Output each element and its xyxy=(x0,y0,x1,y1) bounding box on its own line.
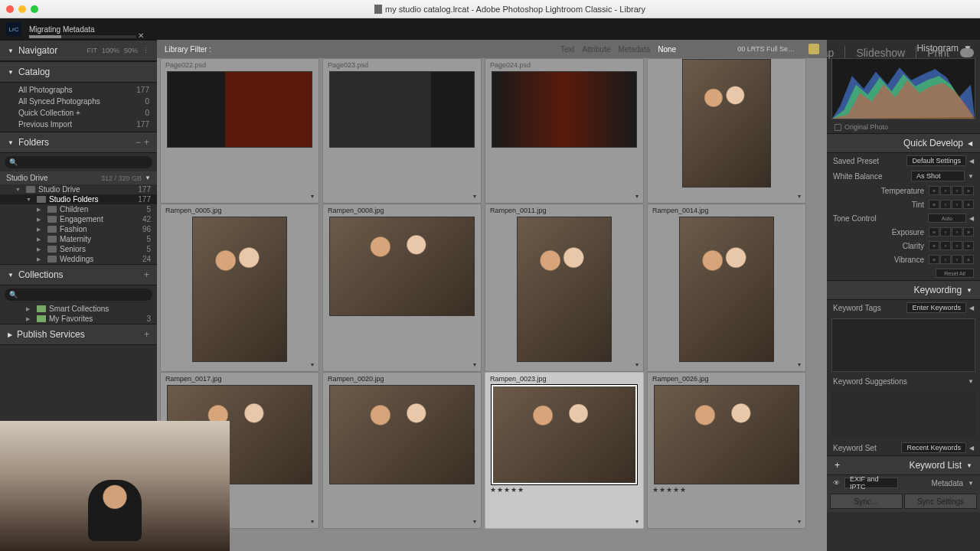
clar-inc[interactable]: › xyxy=(952,241,962,250)
grid-cell[interactable]: Rampen_0023.jpg★★★★★▾ xyxy=(485,372,644,529)
folder-filter-input[interactable]: 🔍 xyxy=(5,156,152,168)
exp-dec[interactable]: ‹ xyxy=(940,227,951,236)
grid-cell[interactable]: Rampen_0020.jpg▾ xyxy=(322,372,482,529)
grid-cell[interactable]: Rampen_0008.jpg▾ xyxy=(322,204,482,372)
catalog-item[interactable]: All Photographs177 xyxy=(0,84,157,96)
folder-item[interactable]: ▶Fashion96 xyxy=(0,224,157,234)
folder-item[interactable]: ▶Engagement42 xyxy=(0,214,157,224)
folder-item[interactable]: ▶Children5 xyxy=(0,204,157,214)
folders-header[interactable]: ▼Folders − + xyxy=(0,132,157,153)
auto-tone-button[interactable]: Auto xyxy=(928,214,966,223)
collection-filter-input[interactable]: 🔍 xyxy=(5,289,152,301)
clar-dec[interactable]: ‹ xyxy=(940,241,951,250)
folders-minus-icon[interactable]: − xyxy=(136,137,141,148)
vib-dec[interactable]: ‹ xyxy=(940,255,951,264)
exp-inc2[interactable]: » xyxy=(963,227,974,236)
exp-inc[interactable]: › xyxy=(952,227,962,236)
catalog-item[interactable]: Quick Collection +0 xyxy=(0,107,157,119)
tint-inc2[interactable]: » xyxy=(963,200,974,209)
folder-item[interactable]: ▶Weddings24 xyxy=(0,254,157,264)
grid-cell[interactable]: Rampen_0005.jpg▾ xyxy=(160,204,319,372)
library-filter-bar: Library Filter : Text Attribute Metadata… xyxy=(157,40,827,58)
folder-item[interactable]: ▶Maternity5 xyxy=(0,234,157,244)
clar-dec2[interactable]: « xyxy=(929,241,939,250)
filter-preset-dropdown[interactable]: 00 LRTS Full Se… xyxy=(737,45,795,53)
keyword-tags-mode[interactable]: Enter Keywords xyxy=(906,302,966,313)
vib-inc2[interactable]: » xyxy=(963,255,974,264)
grid-cell[interactable]: Rampen_0011.jpg▾ xyxy=(485,204,644,372)
grid-cell[interactable]: Page024.psd▾ xyxy=(485,58,644,204)
nav-100[interactable]: 100% xyxy=(102,47,119,54)
filter-lock-icon[interactable] xyxy=(808,44,819,54)
minimize-icon[interactable] xyxy=(18,5,26,13)
module-print[interactable]: Print xyxy=(927,47,949,59)
thumbnail[interactable] xyxy=(167,71,312,148)
quick-develop-header[interactable]: Quick Develop◀ xyxy=(827,133,980,153)
filter-metadata[interactable]: Metadata xyxy=(619,45,651,54)
clar-inc2[interactable]: » xyxy=(963,241,974,250)
thumbnail[interactable] xyxy=(492,71,637,148)
catalog-item[interactable]: Previous Import177 xyxy=(0,119,157,130)
keyword-set-dropdown[interactable]: Recent Keywords xyxy=(901,442,966,453)
close-icon[interactable] xyxy=(6,5,14,13)
filter-text[interactable]: Text xyxy=(560,45,574,54)
keywording-header[interactable]: Keywording▼ xyxy=(827,280,980,300)
grid-cell[interactable]: Rampen_0026.jpg★★★★★▾ xyxy=(647,372,806,529)
temp-inc[interactable]: › xyxy=(952,186,962,195)
filter-attribute[interactable]: Attribute xyxy=(582,45,610,54)
filter-none[interactable]: None xyxy=(658,45,676,54)
tint-dec2[interactable]: « xyxy=(929,200,939,209)
navigator-header[interactable]: ▼Navigator FIT 100% 50% ⋮ xyxy=(0,40,157,61)
metadata-header[interactable]: Metadata xyxy=(931,479,963,487)
grid-cell[interactable]: ▾ xyxy=(647,58,806,204)
folder-item[interactable]: ▼Studio Drive177 xyxy=(0,184,157,194)
thumbnail[interactable] xyxy=(329,71,475,148)
folders-plus-icon[interactable]: + xyxy=(144,137,149,148)
nav-50[interactable]: 50% xyxy=(124,47,138,54)
thumbnail[interactable] xyxy=(329,217,475,316)
volume-header[interactable]: Studio Drive 312 / 320 GB ▼ xyxy=(0,171,157,184)
collections-header[interactable]: ▼Collections + xyxy=(0,264,157,285)
nav-fit[interactable]: FIT xyxy=(87,47,97,54)
preset-dropdown[interactable]: Default Settings xyxy=(906,155,966,166)
catalog-header[interactable]: ▼Catalog xyxy=(0,61,157,83)
temp-inc2[interactable]: » xyxy=(963,186,974,195)
sync-settings-button[interactable]: Sync Settings xyxy=(904,494,977,509)
grid-cell[interactable]: Page022.psd▾ xyxy=(160,58,319,204)
grid-cell[interactable]: Rampen_0014.jpg▾ xyxy=(647,204,806,372)
collections-plus-icon[interactable]: + xyxy=(144,269,149,280)
thumbnail[interactable] xyxy=(654,385,799,484)
metadata-mode-dropdown[interactable]: EXIF and IPTC xyxy=(844,478,898,488)
folder-item[interactable]: ▼Studio Folders177 xyxy=(0,194,157,204)
thumbnail[interactable] xyxy=(492,385,637,484)
temp-dec2[interactable]: « xyxy=(929,186,939,195)
thumbnail[interactable] xyxy=(192,217,287,362)
catalog-item[interactable]: All Synced Photographs0 xyxy=(0,96,157,107)
sync-button[interactable]: Sync… xyxy=(830,494,903,509)
thumbnail[interactable] xyxy=(329,385,475,484)
vib-inc[interactable]: › xyxy=(952,255,962,264)
publish-plus-icon[interactable]: + xyxy=(144,329,149,340)
keyword-textarea[interactable] xyxy=(831,318,975,372)
folder-item[interactable]: ▶Seniors5 xyxy=(0,244,157,254)
collection-item[interactable]: ▶Smart Collections xyxy=(0,304,157,314)
original-photo-checkbox[interactable] xyxy=(835,124,841,131)
thumbnail[interactable] xyxy=(682,59,771,187)
cloud-sync-icon[interactable] xyxy=(960,48,974,57)
exp-dec2[interactable]: « xyxy=(929,227,939,236)
task-cancel-icon[interactable]: ✕ xyxy=(138,31,144,40)
collection-item[interactable]: ▶My Favorites3 xyxy=(0,314,157,324)
tint-inc[interactable]: › xyxy=(952,200,962,209)
thumbnail[interactable] xyxy=(517,217,612,362)
keyword-list-header[interactable]: +Keyword List▼ xyxy=(827,455,980,475)
thumbnail[interactable] xyxy=(679,217,774,362)
reset-all-button[interactable]: Reset All xyxy=(936,269,974,278)
wb-dropdown[interactable]: As Shot xyxy=(911,171,965,181)
vib-dec2[interactable]: « xyxy=(929,255,939,264)
tint-dec[interactable]: ‹ xyxy=(940,200,951,209)
temp-dec[interactable]: ‹ xyxy=(940,186,951,195)
module-slideshow[interactable]: Slideshow xyxy=(856,47,905,59)
zoom-icon[interactable] xyxy=(31,5,38,13)
grid-cell[interactable]: Page023.psd▾ xyxy=(322,58,482,204)
publish-header[interactable]: ▶Publish Services + xyxy=(0,324,157,345)
